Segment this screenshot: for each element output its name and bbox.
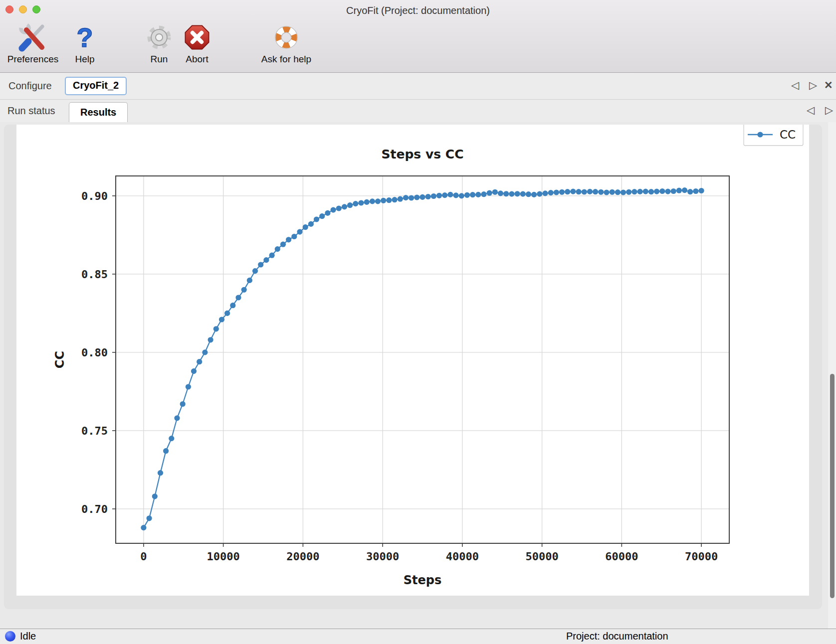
tab-run-status[interactable]: Run status	[7, 105, 55, 117]
secondary-tab-bar: Run status Results ◁ ▷	[0, 100, 836, 123]
subtab-scroll-left-icon[interactable]: ◁	[807, 105, 815, 115]
y-axis: 0.700.750.800.850.90	[81, 190, 116, 515]
vertical-scrollbar[interactable]	[828, 122, 836, 629]
life-ring-icon	[251, 22, 321, 53]
status-bar: Idle Project: documentation	[0, 629, 836, 644]
window-chrome: CryoFit (Project: documentation) Prefere…	[0, 0, 836, 73]
results-content: 0100002000030000400005000060000700000.70…	[0, 122, 836, 629]
chart-legend: CC	[744, 125, 803, 146]
tools-icon	[4, 22, 62, 53]
legend-label: CC	[780, 128, 796, 141]
toolbar: Preferences ? Help Run	[0, 20, 836, 72]
status-text: Idle	[20, 631, 36, 642]
x-tick-label: 0	[140, 550, 147, 563]
toolbar-item-label: Ask for help	[251, 54, 321, 65]
run-button[interactable]: Run	[141, 22, 177, 65]
x-tick-label: 30000	[366, 550, 399, 563]
chart-canvas: 0100002000030000400005000060000700000.70…	[16, 125, 809, 596]
y-tick-label: 0.90	[81, 190, 108, 202]
stop-x-icon	[177, 22, 217, 53]
tab-results[interactable]: Results	[69, 102, 128, 122]
ask-for-help-button[interactable]: Ask for help	[251, 22, 321, 65]
tab-scroll-left-icon[interactable]: ◁	[791, 80, 799, 90]
subtab-scroll-right-icon[interactable]: ▷	[825, 105, 833, 115]
gear-icon	[141, 22, 177, 53]
x-tick-label: 40000	[446, 550, 479, 563]
x-axis: 010000200003000040000500006000070000	[140, 543, 718, 563]
x-tick-label: 10000	[207, 550, 240, 563]
y-axis-label: CC	[53, 351, 67, 368]
toolbar-item-label: Abort	[177, 54, 217, 65]
results-panel: 0100002000030000400005000060000700000.70…	[4, 125, 822, 609]
toolbar-item-label: Help	[66, 54, 104, 65]
tab-scroll-right-icon[interactable]: ▷	[809, 80, 817, 90]
project-label: Project: documentation	[566, 631, 668, 642]
y-tick-label: 0.80	[81, 346, 108, 359]
axes-box	[116, 176, 729, 543]
series-cc	[141, 187, 704, 530]
abort-button[interactable]: Abort	[177, 22, 217, 65]
chart-title: Steps vs CC	[382, 147, 464, 161]
primary-tab-bar: Configure CryoFit_2 ◁ ▷ ✕	[0, 73, 836, 100]
x-tick-label: 50000	[525, 550, 558, 563]
toolbar-item-label: Run	[141, 54, 177, 65]
preferences-button[interactable]: Preferences	[4, 22, 62, 65]
titlebar: CryoFit (Project: documentation)	[0, 0, 836, 20]
steps-vs-cc-chart: 0100002000030000400005000060000700000.70…	[16, 125, 809, 596]
window-title: CryoFit (Project: documentation)	[0, 0, 836, 20]
x-axis-label: Steps	[404, 573, 442, 587]
y-tick-label: 0.75	[81, 425, 108, 437]
grid	[116, 176, 729, 543]
tab-cryofit-2[interactable]: CryoFit_2	[65, 77, 127, 95]
x-tick-label: 70000	[685, 550, 718, 563]
y-tick-label: 0.70	[81, 503, 108, 515]
y-tick-label: 0.85	[81, 268, 108, 281]
toolbar-item-label: Preferences	[4, 54, 62, 65]
tab-close-icon[interactable]: ✕	[824, 80, 833, 90]
x-tick-label: 20000	[286, 550, 319, 563]
scrollbar-thumb[interactable]	[830, 374, 835, 598]
app-window: CryoFit (Project: documentation) Prefere…	[0, 0, 836, 644]
x-tick-label: 60000	[605, 550, 638, 563]
help-button[interactable]: ? Help	[66, 22, 104, 65]
status-indicator-icon	[5, 631, 15, 642]
question-mark-icon: ?	[66, 22, 104, 53]
tab-configure[interactable]: Configure	[8, 80, 52, 92]
